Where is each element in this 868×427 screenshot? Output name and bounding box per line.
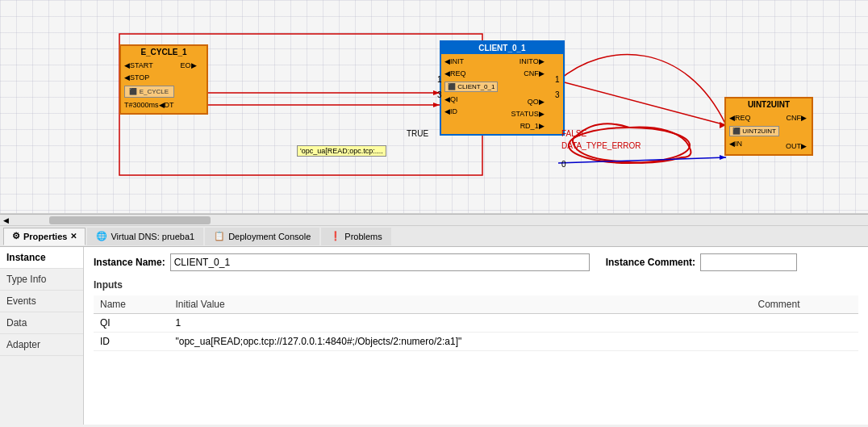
port-req: ◀REQ (444, 68, 498, 80)
port-in: ◀IN (729, 138, 779, 150)
block-uint2uint-title: UINT2UINT (726, 98, 812, 111)
svg-marker-7 (433, 103, 440, 107)
sidebar-item-type-info[interactable]: Type Info (0, 269, 83, 291)
label-data-type-error: DATA_TYPE_ERROR (561, 141, 641, 150)
properties-content: Instance Type Info Events Data Adapter I… (0, 247, 868, 425)
cell-comment-1 (752, 333, 858, 351)
value-box-opc-ua: 'opc_ua[READ;opc.tcp:.... (297, 145, 386, 157)
label-1-inito: 1 (555, 75, 560, 84)
right-content: Instance Name: Instance Comment: Inputs … (84, 247, 868, 425)
inputs-table: Name Initial Value Comment QI 1 ID "opc_… (94, 295, 858, 351)
instance-name-input[interactable] (170, 253, 590, 271)
problems-icon: ❗ (330, 231, 341, 241)
block-client-title: CLIENT_0_1 (441, 42, 563, 54)
tab-properties[interactable]: ⚙ Properties ✕ (3, 228, 86, 245)
sidebar-item-adapter[interactable]: Adapter (0, 334, 83, 356)
canvas-scrollbar[interactable]: ◀ (0, 214, 868, 225)
sidebar-item-data[interactable]: Data (0, 312, 83, 334)
table-row: QI 1 (94, 314, 858, 333)
port-qo: QO▶ (511, 96, 544, 108)
block-e-cycle-inner: ⬛ E_CYCLE (124, 86, 174, 98)
label-false: FALSE (561, 129, 586, 138)
instance-name-label: Instance Name: (94, 257, 165, 268)
port-init: ◀INIT (444, 56, 498, 68)
port-qi: ◀QI (444, 94, 498, 106)
col-initial-value: Initial Value (169, 295, 752, 314)
port-cnf: CNF▶ (511, 68, 544, 80)
tab-problems[interactable]: ❗ Problems (321, 228, 390, 245)
deployment-icon: 📋 (214, 231, 225, 241)
client-inner: ⬛ CLIENT_0_1 (444, 82, 498, 92)
properties-icon: ⚙ (12, 231, 20, 241)
sidebar-item-events[interactable]: Events (0, 291, 83, 312)
instance-comment-input[interactable] (700, 253, 797, 271)
port-status: STATUS▶ (511, 108, 544, 120)
label-3-req: 3 (437, 90, 442, 99)
col-comment: Comment (752, 295, 858, 314)
col-name: Name (94, 295, 169, 314)
cell-name-0: QI (94, 314, 169, 333)
svg-line-4 (558, 81, 726, 125)
sidebar-item-instance[interactable]: Instance (0, 247, 83, 269)
table-row: ID "opc_ua[READ;opc.tcp://127.0.0.1:4840… (94, 333, 858, 351)
tab-virtual-dns-label: Virtual DNS: prueba1 (111, 232, 194, 241)
label-0: 0 (561, 160, 566, 169)
svg-line-5 (558, 157, 726, 163)
cell-initial-value-1: "opc_ua[READ;opc.tcp://127.0.0.1:4840#;/… (169, 333, 752, 351)
table-header-row: Name Initial Value Comment (94, 295, 858, 314)
cell-initial-value-0: 1 (169, 314, 752, 333)
tab-close-properties[interactable]: ✕ (70, 232, 77, 241)
label-1-init: 1 (437, 75, 442, 84)
instance-comment-label: Instance Comment: (606, 257, 695, 268)
block-e-cycle-1[interactable]: E_CYCLE_1 ◀START ◀STOP ⬛ E_CYCLE T#3000m… (119, 44, 208, 115)
port-inito: INITO▶ (511, 56, 544, 68)
bottom-panel: ⚙ Properties ✕ 🌐 Virtual DNS: prueba1 📋 … (0, 225, 868, 425)
tab-bar: ⚙ Properties ✕ 🌐 Virtual DNS: prueba1 📋 … (0, 226, 868, 247)
tab-properties-label: Properties (23, 232, 67, 241)
port-start: ◀START (124, 60, 174, 72)
block-client-0-1[interactable]: CLIENT_0_1 ◀INIT ◀REQ ⬛ CLIENT_0_1 ◀QI ◀… (440, 40, 565, 136)
canvas-area[interactable]: E_CYCLE_1 ◀START ◀STOP ⬛ E_CYCLE T#3000m… (0, 0, 868, 214)
port-eo: EO▶ (181, 60, 197, 72)
uint2uint-inner: ⬛ UINT2UINT (729, 126, 779, 136)
virtual-dns-icon: 🌐 (96, 231, 107, 241)
left-sidebar: Instance Type Info Events Data Adapter (0, 247, 84, 425)
tab-problems-label: Problems (344, 232, 382, 241)
port-stop: ◀STOP (124, 72, 174, 84)
canvas-scroll-thumb[interactable] (49, 216, 211, 224)
inputs-section-title: Inputs (94, 279, 858, 291)
block-uint2uint[interactable]: UINT2UINT ◀REQ ⬛ UINT2UINT ◀IN CNF▶ OUT▶ (724, 97, 813, 156)
tab-deployment-console[interactable]: 📋 Deployment Console (205, 228, 319, 245)
port-req-uint: ◀REQ (729, 112, 779, 124)
block-e-cycle-1-title: E_CYCLE_1 (121, 46, 207, 58)
port-dt-label: T#3000ms◀DT (124, 99, 174, 111)
label-3-cnf: 3 (555, 90, 560, 99)
port-id: ◀ID (444, 106, 498, 118)
scroll-arrow-left[interactable]: ◀ (3, 216, 9, 224)
port-rd1: RD_1▶ (511, 120, 544, 132)
tab-virtual-dns[interactable]: 🌐 Virtual DNS: prueba1 (87, 228, 203, 245)
port-out: OUT▶ (786, 140, 807, 153)
port-cnf-uint: CNF▶ (786, 112, 807, 124)
label-true: TRUE (407, 129, 428, 138)
cell-comment-0 (752, 314, 858, 333)
instance-name-row: Instance Name: Instance Comment: (94, 253, 858, 271)
cell-name-1: ID (94, 333, 169, 351)
tab-deployment-label: Deployment Console (228, 232, 311, 241)
